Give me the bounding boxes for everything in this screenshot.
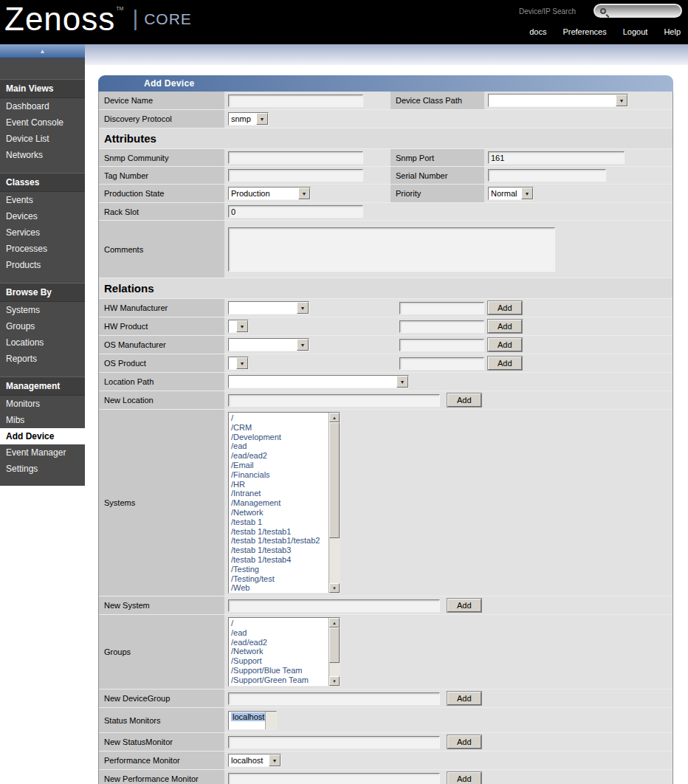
- comments-textarea[interactable]: [228, 227, 555, 272]
- sidebar-item-systems[interactable]: Systems: [0, 302, 85, 318]
- scroll-up-icon[interactable]: ▲: [329, 618, 340, 627]
- systems-option[interactable]: /ead/ead2: [231, 451, 328, 461]
- hw-manufacturer-new-input[interactable]: [399, 302, 484, 314]
- location-path-label: Location Path: [99, 373, 224, 391]
- systems-option[interactable]: /Testing/test: [231, 574, 328, 584]
- groups-option[interactable]: /Support/Green Team: [231, 675, 328, 685]
- status-monitors-scrollbar[interactable]: [265, 712, 276, 729]
- snmp-port-input[interactable]: [488, 151, 625, 164]
- new-statusmonitor-input[interactable]: [228, 736, 440, 749]
- hw-manufacturer-add-button[interactable]: Add: [488, 301, 522, 314]
- systems-option[interactable]: /Web: [231, 583, 328, 593]
- groups-option[interactable]: /: [231, 619, 328, 628]
- rack-slot-input[interactable]: [228, 205, 363, 218]
- location-path-select[interactable]: ▼: [228, 375, 409, 388]
- os-product-add-button[interactable]: Add: [488, 357, 522, 370]
- scroll-up-icon[interactable]: ▲: [329, 413, 340, 422]
- serial-number-input[interactable]: [488, 169, 606, 182]
- os-manufacturer-add-button[interactable]: Add: [488, 338, 522, 351]
- groups-scrollbar[interactable]: ▲ ▼: [328, 618, 340, 686]
- systems-listbox[interactable]: //CRM/Development/ead/ead/ead2/Email/Fin…: [228, 412, 340, 594]
- production-state-select[interactable]: Production ▼: [228, 187, 311, 200]
- scroll-down-icon[interactable]: ▼: [329, 676, 340, 686]
- new-location-input[interactable]: [228, 394, 440, 407]
- systems-option[interactable]: /Management: [231, 498, 328, 508]
- sidebar-item-event-console[interactable]: Event Console: [0, 114, 85, 131]
- snmp-community-input[interactable]: [228, 151, 363, 164]
- os-manufacturer-select[interactable]: ▼: [228, 338, 309, 351]
- systems-option[interactable]: /Intranet: [231, 489, 328, 498]
- nav-preferences[interactable]: Preferences: [563, 27, 606, 36]
- systems-option[interactable]: /testab 1/testab1/testab2: [231, 536, 328, 546]
- sidebar-item-monitors[interactable]: Monitors: [0, 396, 85, 412]
- groups-option[interactable]: /ead: [231, 628, 328, 638]
- sidebar-item-products[interactable]: Products: [0, 257, 85, 273]
- systems-option[interactable]: /CRM: [231, 423, 328, 433]
- nav-logout[interactable]: Logout: [623, 27, 648, 36]
- hw-manufacturer-select[interactable]: ▼: [228, 301, 309, 314]
- priority-select[interactable]: Normal ▼: [488, 187, 534, 200]
- sidebar-item-events[interactable]: Events: [0, 192, 85, 208]
- sidebar-item-locations[interactable]: Locations: [0, 334, 85, 351]
- new-statusmonitor-add-button[interactable]: Add: [447, 735, 481, 749]
- hw-product-new-input[interactable]: [399, 320, 484, 333]
- sidebar-item-device-list[interactable]: Device List: [0, 131, 85, 147]
- device-ip-search-input[interactable]: [594, 4, 682, 18]
- new-devicegroup-input[interactable]: [228, 692, 440, 705]
- sidebar-item-settings[interactable]: Settings: [0, 461, 85, 477]
- nav-docs[interactable]: docs: [529, 27, 546, 36]
- groups-option[interactable]: /Network: [231, 647, 328, 656]
- hw-product-select[interactable]: ▼: [228, 320, 249, 333]
- sidebar-item-devices[interactable]: Devices: [0, 208, 85, 224]
- new-devicegroup-add-button[interactable]: Add: [447, 692, 481, 705]
- hw-product-add-button[interactable]: Add: [488, 320, 522, 333]
- new-system-input[interactable]: [228, 599, 440, 612]
- sidebar-item-services[interactable]: Services: [0, 224, 85, 241]
- tag-number-input[interactable]: [228, 169, 363, 182]
- os-product-select[interactable]: ▼: [228, 357, 249, 370]
- new-performance-monitor-input[interactable]: [228, 773, 440, 784]
- device-class-path-select[interactable]: ▼: [488, 94, 628, 107]
- scroll-thumb[interactable]: [329, 422, 340, 538]
- systems-option[interactable]: /ead: [231, 441, 328, 451]
- sidebar-item-dashboard[interactable]: Dashboard: [0, 98, 85, 114]
- sidebar-item-processes[interactable]: Processes: [0, 241, 85, 257]
- sidebar-item-reports[interactable]: Reports: [0, 351, 85, 367]
- groups-option[interactable]: /Support/Blue Team: [231, 666, 328, 675]
- systems-option[interactable]: /: [231, 413, 328, 423]
- systems-option[interactable]: /testab 1: [231, 517, 328, 527]
- systems-option[interactable]: /HR: [231, 480, 328, 489]
- row-location-path: Location Path ▼: [99, 372, 672, 391]
- status-monitor-option-selected[interactable]: localhost: [231, 712, 265, 722]
- new-system-add-button[interactable]: Add: [447, 599, 481, 612]
- systems-option[interactable]: /Testing: [231, 565, 328, 574]
- systems-option[interactable]: /Financials: [231, 470, 328, 480]
- performance-monitor-select[interactable]: localhost ▼: [228, 754, 281, 767]
- sidebar-collapse-button[interactable]: ▲: [0, 44, 85, 58]
- systems-option[interactable]: /testab 1/testab4: [231, 555, 328, 565]
- systems-option[interactable]: /Email: [231, 461, 328, 470]
- groups-option[interactable]: /ead/ead2: [231, 638, 328, 647]
- device-name-input[interactable]: [228, 94, 363, 107]
- sidebar-item-event-manager[interactable]: Event Manager: [0, 444, 85, 461]
- sidebar-item-add-device[interactable]: Add Device: [0, 428, 85, 444]
- sidebar-item-networks[interactable]: Networks: [0, 147, 85, 163]
- groups-listbox[interactable]: //ead/ead/ead2/Network/Support/Support/B…: [228, 617, 340, 687]
- sidebar-item-groups[interactable]: Groups: [0, 318, 85, 334]
- os-manufacturer-new-input[interactable]: [399, 339, 484, 351]
- new-performance-monitor-add-button[interactable]: Add: [447, 772, 481, 784]
- status-monitors-listbox[interactable]: localhost: [228, 711, 277, 730]
- scroll-down-icon[interactable]: ▼: [329, 583, 340, 593]
- groups-option[interactable]: /Support: [231, 656, 328, 666]
- systems-option[interactable]: /testab 1/testab1: [231, 527, 328, 537]
- discovery-protocol-select[interactable]: snmp ▼: [228, 112, 269, 125]
- new-location-add-button[interactable]: Add: [447, 393, 481, 407]
- systems-option[interactable]: /testab 1/testab3: [231, 546, 328, 555]
- scroll-thumb[interactable]: [329, 627, 340, 663]
- systems-option[interactable]: /Network: [231, 508, 328, 517]
- sidebar-item-mibs[interactable]: Mibs: [0, 412, 85, 428]
- os-product-new-input[interactable]: [399, 357, 484, 370]
- nav-help[interactable]: Help: [664, 27, 681, 36]
- systems-option[interactable]: /Development: [231, 433, 328, 442]
- systems-scrollbar[interactable]: ▲ ▼: [328, 413, 340, 593]
